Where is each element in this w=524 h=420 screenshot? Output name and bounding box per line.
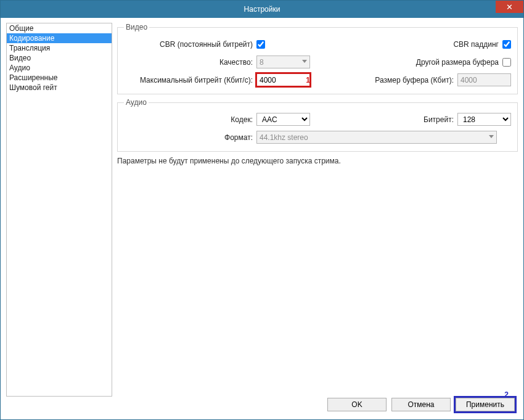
buffer-other-label: Другой размера буфера	[315, 58, 502, 67]
sidebar-item-audio[interactable]: Аудио	[7, 63, 112, 73]
max-bitrate-input[interactable]	[256, 73, 310, 86]
chevron-down-icon	[302, 60, 307, 63]
settings-window: Настройки ✕ Общие Кодирование Трансляция…	[0, 0, 524, 420]
sidebar-item-encoding[interactable]: Кодирование	[7, 33, 112, 43]
annotation-2: 2	[504, 390, 509, 399]
video-group: Видео CBR (постоянный битрейт) CBR падди…	[117, 23, 518, 94]
quality-value: 8	[260, 58, 264, 67]
close-button[interactable]: ✕	[496, 1, 523, 13]
apply-button[interactable]: Применить	[456, 398, 515, 411]
audio-bitrate-select[interactable]: 128	[457, 113, 511, 126]
chevron-down-icon	[489, 135, 494, 138]
sidebar-item-stream[interactable]: Трансляция	[7, 43, 112, 53]
cancel-button[interactable]: Отмена	[391, 398, 451, 411]
buffer-size-input	[457, 73, 511, 86]
cbr-padding-checkbox[interactable]	[502, 40, 511, 49]
sidebar-item-general[interactable]: Общие	[7, 23, 112, 33]
buffer-other-checkbox[interactable]	[502, 58, 511, 67]
audio-group-legend: Аудио	[124, 98, 149, 107]
codec-label: Кодек:	[124, 115, 256, 124]
ok-button[interactable]: OK	[327, 398, 387, 411]
audio-group: Аудио Кодек: AAC Битрейт: 128	[117, 98, 518, 152]
dialog-footer: 2 OK Отмена Применить	[1, 394, 523, 415]
titlebar: Настройки ✕	[1, 1, 523, 18]
quality-label: Качество:	[124, 58, 256, 67]
cbr-checkbox[interactable]	[256, 40, 265, 49]
sidebar[interactable]: Общие Кодирование Трансляция Видео Аудио…	[6, 23, 112, 397]
sidebar-item-advanced[interactable]: Расширенные	[7, 73, 112, 83]
client-area: Общие Кодирование Трансляция Видео Аудио…	[1, 18, 523, 394]
codec-select[interactable]: AAC	[256, 113, 310, 126]
format-label: Формат:	[124, 133, 256, 142]
restart-note: Параметры не будут применены до следующе…	[117, 155, 518, 165]
main-panel: Видео CBR (постоянный битрейт) CBR падди…	[117, 23, 518, 394]
buffer-size-label: Размер буфера (Кбит):	[315, 76, 457, 84]
video-group-legend: Видео	[124, 23, 149, 31]
format-select: 44.1khz stereo	[256, 131, 497, 144]
sidebar-item-noise-gate[interactable]: Шумовой гейт	[7, 83, 112, 93]
cbr-label: CBR (постоянный битрейт)	[124, 40, 256, 49]
window-title: Настройки	[244, 5, 280, 14]
cbr-padding-label: CBR паддинг	[315, 40, 502, 49]
close-icon: ✕	[506, 2, 513, 12]
audio-bitrate-label: Битрейт:	[315, 115, 457, 124]
sidebar-item-video[interactable]: Видео	[7, 53, 112, 63]
quality-select: 8	[256, 56, 310, 68]
annotation-1: 1	[306, 76, 310, 84]
max-bitrate-label: Максимальный битрейт (Кбит/с):	[124, 76, 256, 84]
format-value: 44.1khz stereo	[260, 133, 308, 142]
